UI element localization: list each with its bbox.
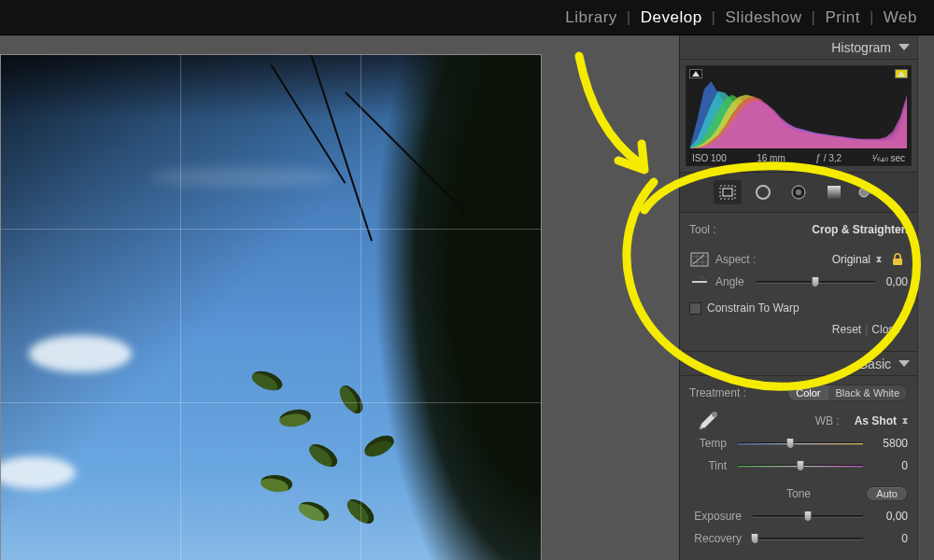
module-sep: |: [808, 8, 820, 27]
graduated-filter-tool-button[interactable]: [820, 180, 848, 204]
histogram-chart[interactable]: ISO 100 16 mm ƒ / 3,2 ¹⁄₆₄₀ sec: [686, 65, 912, 166]
svg-rect-9: [893, 259, 902, 265]
exif-shutter: ¹⁄₆₄₀ sec: [870, 153, 907, 163]
tool-label: Tool :: [689, 223, 716, 236]
svg-rect-1: [723, 189, 732, 196]
exif-aperture: ƒ / 3,2: [814, 153, 843, 163]
aspect-icon: [689, 251, 710, 268]
exposure-value: 0,00: [874, 510, 908, 523]
crop-close-button[interactable]: Close: [871, 323, 900, 336]
constrain-warp-checkbox[interactable]: [689, 302, 701, 315]
chevron-down-icon: [899, 360, 910, 367]
develop-tool-strip: [680, 172, 917, 213]
svg-point-2: [757, 186, 770, 199]
temp-label: Temp: [689, 437, 727, 450]
exif-iso: ISO 100: [690, 153, 729, 163]
svg-rect-7: [868, 190, 879, 194]
panel-scrollbar[interactable]: [917, 35, 934, 560]
tint-value: 0: [874, 459, 908, 472]
tint-label: Tint: [689, 459, 727, 472]
image-canvas-area: [0, 35, 679, 560]
exposure-label: Exposure: [689, 510, 742, 523]
histogram-panel-header[interactable]: Histogram: [680, 35, 917, 60]
right-panel-column: Histogram ISO 100 16 mm ƒ / 3,2 ¹⁄₆₄₀ se…: [679, 35, 917, 560]
adjustment-brush-tool-button[interactable]: [856, 180, 884, 204]
module-web[interactable]: Web: [878, 8, 923, 27]
basic-panel: Treatment : Color Black & White WB : As …: [680, 376, 917, 557]
crop-handle-tl[interactable]: [0, 54, 16, 70]
crop-tool-button[interactable]: [714, 180, 742, 204]
treatment-label: Treatment :: [689, 386, 746, 399]
angle-icon: [689, 273, 710, 290]
temp-slider[interactable]: [738, 437, 863, 450]
treatment-toggle[interactable]: Color Black & White: [787, 385, 908, 401]
treatment-bw[interactable]: Black & White: [828, 385, 907, 400]
constrain-warp-label: Constrain To Warp: [707, 301, 800, 315]
tint-slider[interactable]: [738, 459, 863, 472]
module-sep: |: [708, 8, 720, 27]
histogram-exif: ISO 100 16 mm ƒ / 3,2 ¹⁄₆₄₀ sec: [686, 153, 911, 163]
module-library[interactable]: Library: [559, 8, 622, 27]
recovery-label: Recovery: [689, 532, 742, 545]
module-picker: Library | Develop | Slideshow | Print | …: [0, 0, 934, 35]
aspect-label: Aspect :: [715, 253, 756, 266]
angle-value: 0,00: [886, 275, 908, 288]
temp-value: 5800: [874, 437, 908, 450]
wb-label: WB :: [815, 414, 840, 427]
angle-label: Angle: [715, 275, 744, 288]
svg-rect-5: [828, 186, 841, 199]
photo-preview: [1, 55, 541, 560]
wb-dropdown[interactable]: As Shot: [855, 414, 908, 427]
lock-icon[interactable]: [887, 251, 908, 268]
tone-section-label: Tone: [786, 487, 811, 500]
chevron-down-icon: [899, 44, 910, 50]
recovery-slider[interactable]: [753, 532, 863, 545]
svg-point-4: [796, 189, 801, 195]
aspect-dropdown[interactable]: Original: [832, 253, 882, 266]
recovery-value: 0: [874, 532, 908, 545]
exif-focal: 16 mm: [755, 153, 787, 163]
basic-title: Basic: [859, 357, 891, 371]
module-sep: |: [866, 8, 878, 27]
basic-panel-header[interactable]: Basic: [680, 352, 917, 376]
svg-point-10: [712, 412, 717, 417]
module-print[interactable]: Print: [819, 8, 865, 27]
crop-reset-button[interactable]: Reset: [832, 323, 861, 336]
exposure-slider[interactable]: [753, 510, 863, 523]
treatment-color[interactable]: Color: [788, 385, 828, 400]
white-balance-picker-icon[interactable]: [689, 407, 723, 435]
tool-name: Crop & Straighten: [812, 223, 908, 236]
redeye-tool-button[interactable]: [785, 180, 813, 204]
crop-canvas[interactable]: [0, 54, 542, 560]
crop-panel: Tool : Crop & Straighten Aspect : Origin…: [680, 213, 917, 352]
module-develop[interactable]: Develop: [635, 8, 708, 27]
crop-handle-tr[interactable]: [526, 54, 542, 70]
svg-point-6: [859, 188, 869, 197]
auto-tone-button[interactable]: Auto: [866, 486, 908, 501]
module-slideshow[interactable]: Slideshow: [720, 8, 808, 27]
spot-removal-tool-button[interactable]: [749, 180, 777, 204]
module-sep: |: [623, 8, 635, 27]
histogram-title: Histogram: [831, 40, 891, 55]
angle-slider[interactable]: [756, 275, 875, 288]
svg-rect-0: [720, 186, 735, 199]
